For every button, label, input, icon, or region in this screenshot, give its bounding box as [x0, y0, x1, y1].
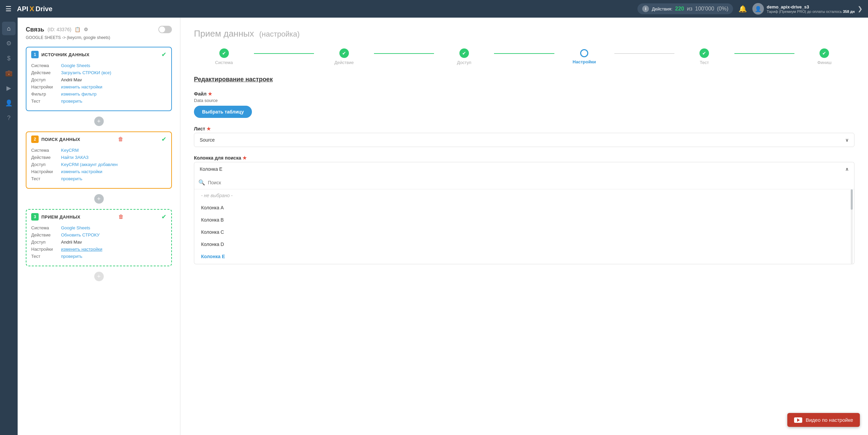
gear-icon[interactable]: ⚙	[84, 27, 88, 32]
logo-x: X	[29, 5, 34, 13]
block-receive-delete[interactable]: 🗑	[118, 214, 124, 220]
step-line-4	[614, 53, 674, 54]
menu-icon[interactable]: ☰	[5, 5, 12, 13]
sidebar-item-user[interactable]: 👤	[2, 96, 16, 110]
dropdown-option-c[interactable]: Колонка C	[194, 226, 854, 238]
youtube-icon	[794, 417, 802, 423]
file-required: ★	[208, 91, 212, 97]
block-receive-body: Система Google Sheets Действие Обновить …	[26, 224, 171, 266]
block-source-test[interactable]: проверить	[61, 99, 82, 104]
step-action: ✔ Действие	[314, 48, 374, 65]
block-receive-access: Andrii Mav	[61, 240, 82, 245]
block-source-body: Система Google Sheets Действие Загрузить…	[26, 62, 171, 110]
toggle-switch[interactable]	[158, 26, 172, 33]
dropdown-option-d[interactable]: Колонка D	[194, 238, 854, 250]
sidebar-item-settings[interactable]: ⚙	[2, 37, 16, 50]
step-line-3	[494, 53, 554, 54]
block-receive-test[interactable]: проверить	[61, 254, 82, 259]
file-group: Файл ★ Data source Выбрать таблицу	[194, 91, 854, 118]
bell-button[interactable]: 🔔	[738, 5, 747, 13]
block-search-title: ПОИСК ДАННЫХ	[41, 137, 80, 142]
user-info: demo_apix-drive_s3 Тариф |Премиум PRO| д…	[767, 4, 855, 14]
block-receive-action[interactable]: Обновить СТРОКУ	[61, 232, 100, 237]
search-col-group: Колонка для поиска ★ Колонка E ∧ 🔍 - не …	[194, 155, 854, 264]
block-search-access[interactable]: KeyCRM (аккаунт добавлен	[61, 162, 118, 167]
sidebar-item-play[interactable]: ▶	[2, 81, 16, 95]
block-source-header: 1 ИСТОЧНИК ДАННЫХ ✔	[26, 47, 171, 62]
block-receive-sistema[interactable]: Google Sheets	[61, 225, 90, 230]
block-source-row-sistema: Система Google Sheets	[31, 63, 166, 68]
block-search-row-action: Действие Найти ЗАКАЗ	[31, 155, 166, 160]
step-settings: Настройки	[554, 49, 614, 64]
block-search-action[interactable]: Найти ЗАКАЗ	[61, 155, 88, 160]
block-source-check: ✔	[161, 51, 166, 58]
logo: APIXDrive	[17, 5, 53, 13]
right-panel: Прием данных (настройка) ✔ Система ✔ Дей…	[180, 18, 868, 435]
dropdown-option-f[interactable]: Колонка F	[194, 263, 854, 264]
section-title: Редактирование настроек	[194, 76, 854, 83]
search-col-selected-value: Колонка E	[200, 166, 222, 172]
content-area: Связь (ID: 43376) 📋 ⚙ GOOGLE SHEETS -> (…	[18, 18, 868, 435]
step-line-5	[734, 53, 794, 54]
block-search-delete[interactable]: 🗑	[118, 136, 123, 142]
block-receive-num: 3	[31, 213, 39, 221]
select-table-button[interactable]: Выбрать таблицу	[194, 106, 252, 118]
user-area[interactable]: 👤 demo_apix-drive_s3 Тариф |Премиум PRO|…	[752, 3, 863, 15]
block-source: 1 ИСТОЧНИК ДАННЫХ ✔ Система Google Sheet…	[26, 47, 172, 111]
dropdown-option-none[interactable]: - не выбрано -	[194, 189, 854, 202]
chevron-down-icon: ∨	[845, 137, 849, 143]
block-search-settings[interactable]: изменить настройки	[61, 169, 102, 174]
dropdown-option-e[interactable]: Колонка E	[194, 250, 854, 263]
logo-drive: Drive	[36, 5, 53, 13]
file-label: Файл ★	[194, 91, 854, 97]
block-search-test[interactable]: проверить	[61, 176, 82, 181]
actions-info: i Действия: 220 из 100'000 (0%)	[637, 3, 733, 14]
block-search-row-access: Доступ KeyCRM (аккаунт добавлен	[31, 162, 166, 167]
sheet-dropdown[interactable]: Source ∨	[194, 133, 854, 147]
block-search-sistema[interactable]: KeyCRM	[61, 148, 79, 153]
block-search-row-sistema: Система KeyCRM	[31, 148, 166, 153]
block-receive-row-access: Доступ Andrii Mav	[31, 240, 166, 245]
step-line-1	[254, 53, 314, 54]
step-circle-settings	[580, 49, 588, 57]
add-connector-3[interactable]: +	[94, 272, 104, 281]
block-source-num: 1	[31, 51, 39, 58]
block-source-filter[interactable]: изменить фильтр	[61, 91, 97, 97]
block-source-row-filter: Фильтр изменить фильтр	[31, 91, 166, 97]
search-col-required: ★	[242, 155, 247, 161]
step-label-test: Тест	[700, 60, 709, 65]
block-source-settings[interactable]: изменить настройки	[61, 84, 102, 89]
dropdown-option-b[interactable]: Колонка B	[194, 214, 854, 226]
block-source-row-action: Действие Загрузить СТРОКИ (все)	[31, 70, 166, 75]
actions-separator: из	[687, 6, 692, 12]
block-search-check: ✔	[161, 136, 166, 143]
block-source-sistema[interactable]: Google Sheets	[61, 63, 90, 68]
sidebar-item-help[interactable]: ?	[2, 111, 16, 125]
step-label-sistema: Система	[215, 60, 233, 65]
block-receive-settings[interactable]: изменить настройки	[61, 247, 102, 252]
block-search: 2 ПОИСК ДАННЫХ 🗑 ✔ Система KeyCRM Действ…	[26, 131, 172, 189]
dropdown-option-a[interactable]: Колонка A	[194, 202, 854, 214]
block-search-header: 2 ПОИСК ДАННЫХ 🗑 ✔	[26, 132, 171, 146]
add-connector-1[interactable]: +	[94, 117, 104, 126]
block-receive-row-action: Действие Обновить СТРОКУ	[31, 232, 166, 237]
video-button[interactable]: Видео по настройке	[787, 413, 860, 427]
user-name: demo_apix-drive_s3	[767, 4, 855, 9]
block-receive-check: ✔	[161, 213, 166, 221]
dropdown-search-input[interactable]	[208, 180, 850, 185]
expand-button[interactable]: ❯	[857, 5, 863, 13]
actions-total: 100'000	[695, 6, 714, 12]
sidebar-item-home[interactable]: ⌂	[2, 22, 16, 35]
block-source-action[interactable]: Загрузить СТРОКИ (все)	[61, 70, 111, 75]
sheet-required: ★	[206, 126, 211, 131]
step-circle-test: ✔	[699, 48, 709, 58]
block-receive-row-test: Тест проверить	[31, 254, 166, 259]
sidebar-item-work[interactable]: 💼	[2, 66, 16, 80]
search-col-dropdown[interactable]: Колонка E ∧	[194, 162, 854, 176]
copy-icon[interactable]: 📋	[75, 27, 80, 32]
step-label-finish: Финиш	[817, 60, 831, 65]
sidebar-item-billing[interactable]: $	[2, 51, 16, 65]
dropdown-options-list: - не выбрано - Колонка A Колонка B Колон…	[194, 189, 854, 264]
add-connector-2[interactable]: +	[94, 194, 104, 204]
block-source-access: Andrii Mav	[61, 77, 82, 82]
